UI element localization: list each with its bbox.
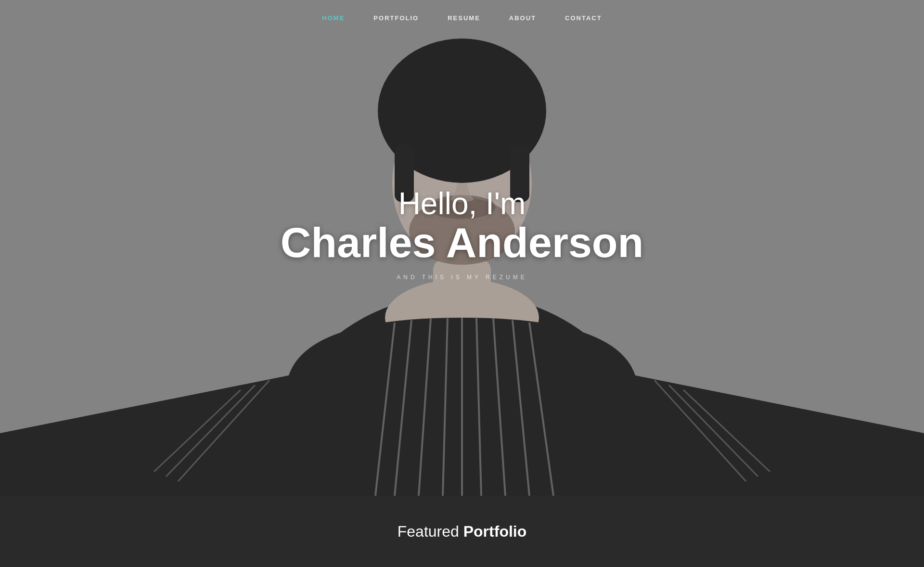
main-nav: HOME PORTFOLIO RESUME ABOUT CONTACT: [0, 0, 924, 36]
featured-label: Featured: [398, 523, 463, 540]
nav-links: HOME PORTFOLIO RESUME ABOUT CONTACT: [322, 13, 602, 22]
hero-section: HOME PORTFOLIO RESUME ABOUT CONTACT Hell…: [0, 0, 924, 496]
nav-link-portfolio[interactable]: PORTFOLIO: [373, 14, 419, 22]
nav-link-resume[interactable]: RESUME: [448, 14, 480, 22]
nav-link-home[interactable]: HOME: [322, 14, 345, 22]
nav-item-contact[interactable]: CONTACT: [565, 13, 602, 22]
subtitle-text: AND THIS IS MY REZUME: [281, 273, 644, 280]
bottom-section: Featured Portfolio: [0, 496, 924, 567]
nav-item-resume[interactable]: RESUME: [448, 13, 480, 22]
nav-link-about[interactable]: ABOUT: [509, 14, 536, 22]
nav-item-home[interactable]: HOME: [322, 13, 345, 22]
hero-text-block: Hello, I'm Charles Anderson AND THIS IS …: [281, 187, 644, 281]
greeting-text: Hello, I'm: [281, 187, 644, 220]
featured-portfolio-label: Featured Portfolio: [398, 523, 527, 541]
nav-item-about[interactable]: ABOUT: [509, 13, 536, 22]
name-text: Charles Anderson: [281, 220, 644, 265]
nav-item-portfolio[interactable]: PORTFOLIO: [373, 13, 419, 22]
portfolio-label: Portfolio: [463, 523, 527, 540]
nav-link-contact[interactable]: CONTACT: [565, 14, 602, 22]
